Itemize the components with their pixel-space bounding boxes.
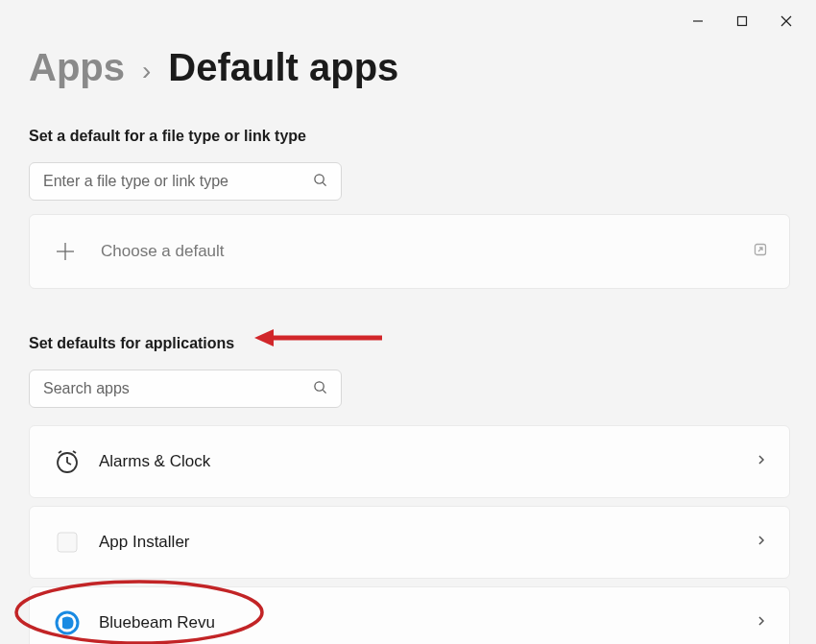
- app-name-label: App Installer: [99, 533, 755, 552]
- maximize-icon: [736, 15, 748, 27]
- filetype-section-label: Set a default for a file type or link ty…: [29, 128, 787, 145]
- app-row-app-installer[interactable]: App Installer: [29, 506, 790, 579]
- svg-line-5: [323, 182, 325, 185]
- close-icon: [780, 15, 792, 27]
- svg-line-15: [73, 451, 76, 453]
- search-icon: [313, 173, 327, 191]
- annotation-arrow: [252, 326, 387, 349]
- choose-default-button[interactable]: Choose a default: [29, 214, 790, 289]
- svg-line-14: [59, 451, 61, 453]
- app-row-bluebeam-revu[interactable]: Bluebeam Revu: [29, 586, 790, 644]
- svg-marker-19: [254, 329, 274, 346]
- svg-point-9: [315, 381, 324, 390]
- apps-section-label: Set defaults for applications: [29, 335, 787, 352]
- maximize-button[interactable]: [720, 8, 764, 35]
- minimize-button[interactable]: [676, 8, 720, 35]
- filetype-search-input[interactable]: [43, 173, 313, 190]
- bluebeam-revu-icon: [51, 607, 84, 639]
- minimize-icon: [692, 15, 704, 27]
- chevron-right-icon: [755, 614, 768, 632]
- chevron-right-icon: [755, 453, 768, 470]
- alarms-clock-icon: [51, 445, 84, 478]
- chevron-right-icon: ›: [142, 56, 151, 86]
- search-icon: [313, 380, 327, 398]
- page-title: Default apps: [168, 46, 398, 89]
- breadcrumb-parent[interactable]: Apps: [29, 46, 125, 89]
- app-name-label: Alarms & Clock: [99, 452, 755, 471]
- apps-search-input[interactable]: [43, 380, 313, 397]
- chevron-right-icon: [755, 534, 768, 551]
- plus-icon: [51, 237, 80, 266]
- svg-rect-1: [738, 17, 747, 26]
- choose-default-label: Choose a default: [101, 242, 753, 261]
- svg-point-4: [315, 174, 324, 182]
- breadcrumb: Apps › Default apps: [29, 46, 787, 89]
- app-row-alarms-clock[interactable]: Alarms & Clock: [29, 425, 790, 498]
- filetype-search-box[interactable]: [29, 162, 342, 201]
- apps-search-box[interactable]: [29, 370, 342, 408]
- open-external-icon: [753, 242, 768, 261]
- svg-rect-16: [58, 533, 77, 552]
- app-installer-icon: [51, 526, 84, 559]
- svg-line-10: [323, 390, 325, 393]
- app-name-label: Bluebeam Revu: [99, 613, 755, 632]
- close-button[interactable]: [764, 8, 808, 35]
